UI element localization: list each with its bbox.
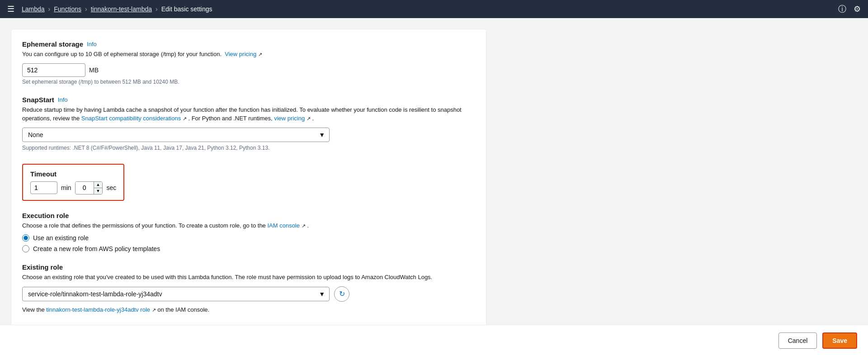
settings-icon[interactable]: ⚙: [854, 4, 861, 14]
radio-existing-role-label: Use an existing role: [33, 234, 89, 242]
timeout-min-input[interactable]: [30, 181, 57, 194]
existing-role-select[interactable]: service-role/tinnakorn-test-lambda-role-…: [22, 287, 330, 301]
ephemeral-storage-section: Ephemeral storage Info You can configure…: [22, 40, 475, 85]
snapstart-compatibility-link[interactable]: SnapStart compatibility considerations: [81, 115, 181, 122]
timeout-sec-label: sec: [106, 184, 116, 191]
execution-role-desc-end: .: [307, 222, 309, 229]
ephemeral-storage-hint: Set ephemeral storage (/tmp) to between …: [22, 79, 475, 85]
nav-separator-1: ›: [48, 5, 51, 13]
radio-new-role-label: Create a new role from AWS policy templa…: [33, 245, 160, 252]
snapstart-desc-end: .: [312, 115, 314, 122]
external-link-icon: ↗: [258, 52, 262, 57]
nav-lambda-link[interactable]: Lambda: [22, 5, 45, 13]
radio-existing-role-input[interactable]: [22, 234, 29, 242]
timeout-sec-spinbox[interactable]: ▲ ▼: [75, 181, 103, 195]
footer-bar: Cancel Save: [0, 325, 868, 356]
ephemeral-storage-unit: MB: [89, 66, 99, 74]
timeout-title: Timeout: [30, 170, 116, 178]
timeout-sec-input[interactable]: [75, 182, 94, 194]
timeout-sec-arrows: ▲ ▼: [94, 182, 103, 194]
radio-existing-role[interactable]: Use an existing role: [22, 234, 475, 242]
external-link-icon-2: ↗: [183, 116, 187, 121]
execution-role-title: Execution role: [22, 212, 69, 219]
nav-separator-3: ›: [156, 5, 158, 13]
refresh-roles-button[interactable]: ↻: [334, 286, 349, 302]
timeout-min-label: min: [61, 184, 71, 191]
role-select-row: service-role/tinnakorn-test-lambda-role-…: [22, 286, 475, 302]
timeout-controls: min ▲ ▼ sec: [30, 181, 116, 195]
radio-new-role[interactable]: Create a new role from AWS policy templa…: [22, 245, 475, 252]
snapstart-section: SnapStart Info Reduce startup time by ha…: [22, 96, 475, 151]
radio-new-role-input[interactable]: [22, 245, 29, 252]
timeout-sec-up-arrow[interactable]: ▲: [94, 182, 103, 188]
timeout-sec-down-arrow[interactable]: ▼: [94, 188, 103, 194]
cancel-button[interactable]: Cancel: [778, 332, 817, 349]
timeout-section: Timeout min ▲ ▼ sec: [22, 164, 124, 201]
ephemeral-storage-info-link[interactable]: Info: [87, 41, 97, 47]
external-link-icon-5: ↗: [152, 307, 156, 313]
snapstart-title: SnapStart: [22, 96, 54, 104]
ephemeral-storage-desc: You can configure up to 10 GB of ephemer…: [22, 51, 222, 57]
nav-functions-link[interactable]: Functions: [54, 5, 81, 13]
execution-role-desc-start: Choose a role that defines the permissio…: [22, 222, 267, 229]
snapstart-dropdown-wrapper[interactable]: None PublishedVersions ▼: [22, 128, 330, 142]
external-link-icon-3: ↗: [307, 116, 311, 121]
execution-role-radio-group: Use an existing role Create a new role f…: [22, 234, 475, 252]
external-link-icon-4: ↗: [302, 223, 306, 228]
existing-role-section: Existing role Choose an existing role th…: [22, 263, 475, 313]
existing-role-title: Existing role: [22, 263, 63, 271]
ephemeral-view-pricing-link[interactable]: View pricing: [225, 51, 256, 57]
save-button[interactable]: Save: [822, 332, 857, 349]
existing-role-dropdown-wrapper[interactable]: service-role/tinnakorn-test-lambda-role-…: [22, 287, 330, 301]
snapstart-info-link[interactable]: Info: [58, 96, 68, 103]
nav-current-page: Edit basic settings: [161, 5, 212, 13]
view-role-text-end: on the IAM console.: [157, 306, 209, 313]
timeout-section-wrapper: Timeout min ▲ ▼ sec: [22, 162, 475, 201]
top-navigation: ☰ Lambda › Functions › tinnakorn-test-la…: [0, 0, 868, 18]
execution-role-section: Execution role Choose a role that define…: [22, 212, 475, 253]
snapstart-desc-mid: . For Python and .NET runtimes,: [188, 115, 274, 122]
info-icon[interactable]: ⓘ: [838, 4, 846, 14]
snapstart-supported-runtimes: Supported runtimes: .NET 8 (C#/F#/PowerS…: [22, 145, 475, 151]
ephemeral-storage-input[interactable]: [22, 63, 85, 77]
view-role-text-start: View the: [22, 306, 46, 313]
iam-console-link[interactable]: IAM console: [267, 222, 300, 229]
nav-function-link[interactable]: tinnakorn-test-lambda: [91, 5, 152, 13]
snapstart-view-pricing-link[interactable]: view pricing: [274, 115, 305, 122]
snapstart-select[interactable]: None PublishedVersions: [22, 128, 330, 142]
nav-separator-2: ›: [85, 5, 87, 13]
view-role-link[interactable]: tinnakorn-test-lambda-role-yj34adtv role: [46, 306, 150, 313]
ephemeral-storage-title: Ephemeral storage: [22, 40, 83, 48]
existing-role-desc: Choose an existing role that you've crea…: [22, 273, 475, 282]
menu-icon[interactable]: ☰: [7, 4, 14, 14]
